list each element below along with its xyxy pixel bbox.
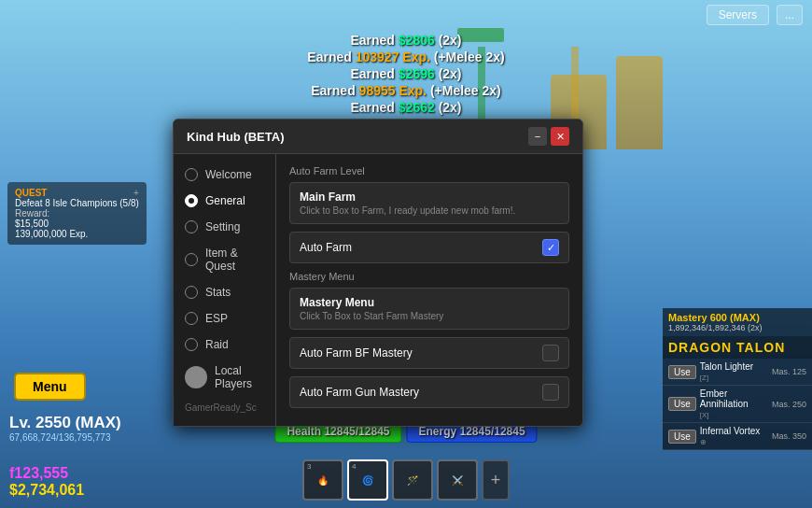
modal: Kind Hub (BETA) − ✕ Welcome General Se: [173, 119, 583, 427]
main-farm-sub: Click to Box to Farm, I ready update new…: [300, 205, 559, 216]
main-farm-title: Main Farm: [300, 190, 559, 204]
auto-farm-bf-label: Auto Farm BF Mastery: [300, 346, 413, 360]
nav-label-local-players: Local Players: [215, 364, 264, 390]
section-header-1: Auto Farm Level: [289, 165, 569, 176]
modal-content: Auto Farm Level Main Farm Click to Box t…: [276, 154, 582, 426]
nav-icon-stats: [185, 286, 198, 299]
mastery-menu-title: Mastery Menu: [300, 296, 559, 309]
modal-close-button[interactable]: ✕: [551, 127, 569, 146]
nav-icon-setting: [185, 220, 198, 233]
nav-label-raid: Raid: [205, 338, 229, 351]
nav-icon-welcome: [185, 168, 198, 181]
modal-title: Kind Hub (BETA): [187, 130, 284, 144]
nav-label-esp: ESP: [205, 312, 228, 325]
nav-item-setting[interactable]: Setting: [174, 214, 275, 240]
mastery-menu-card[interactable]: Mastery Menu Click To Box to Start Farm …: [289, 288, 569, 330]
nav-icon-general: [185, 194, 198, 207]
modal-body: Welcome General Setting Item & Quest Sta…: [174, 154, 582, 426]
nav-item-item-quest[interactable]: Item & Quest: [174, 240, 275, 279]
auto-farm-bf-toggle[interactable]: Auto Farm BF Mastery: [289, 337, 569, 369]
nav-item-general[interactable]: General: [174, 188, 275, 214]
auto-farm-gun-toggle[interactable]: Auto Farm Gun Mastery: [289, 376, 569, 408]
auto-farm-checkbox[interactable]: [542, 239, 559, 256]
nav-label-welcome: Welcome: [205, 168, 252, 181]
section-header-2: Mastery Menu: [289, 271, 569, 282]
auto-farm-gun-checkbox[interactable]: [542, 384, 559, 401]
auto-farm-label: Auto Farm: [300, 241, 352, 254]
auto-farm-bf-checkbox[interactable]: [542, 345, 559, 361]
nav-label-setting: Setting: [205, 220, 240, 233]
nav-item-raid[interactable]: Raid: [174, 332, 275, 358]
nav-label-stats: Stats: [205, 286, 231, 299]
mastery-menu-sub: Click To Box to Start Farm Mastery: [300, 311, 559, 321]
modal-controls: − ✕: [528, 127, 569, 146]
auto-farm-gun-label: Auto Farm Gun Mastery: [300, 386, 419, 399]
nav-item-esp[interactable]: ESP: [174, 305, 275, 332]
main-farm-card[interactable]: Main Farm Click to Box to Farm, I ready …: [289, 182, 569, 224]
nav-label-item-quest: Item & Quest: [205, 247, 264, 273]
nav-icon-esp: [185, 312, 198, 325]
auto-farm-toggle[interactable]: Auto Farm: [289, 232, 569, 263]
modal-minimize-button[interactable]: −: [528, 127, 547, 146]
nav-item-stats[interactable]: Stats: [174, 279, 275, 305]
nav-avatar: [185, 366, 207, 388]
modal-nav: Welcome General Setting Item & Quest Sta…: [174, 154, 276, 426]
nav-avatar-name: GamerReady_Sc: [174, 397, 275, 418]
modal-overlay: Kind Hub (BETA) − ✕ Welcome General Se: [0, 0, 812, 508]
nav-item-welcome[interactable]: Welcome: [174, 162, 275, 188]
nav-label-general: General: [205, 194, 245, 207]
nav-icon-item-quest: [185, 253, 198, 266]
modal-header: Kind Hub (BETA) − ✕: [174, 120, 582, 154]
nav-item-local-players[interactable]: Local Players: [174, 358, 275, 397]
nav-icon-raid: [185, 338, 198, 351]
